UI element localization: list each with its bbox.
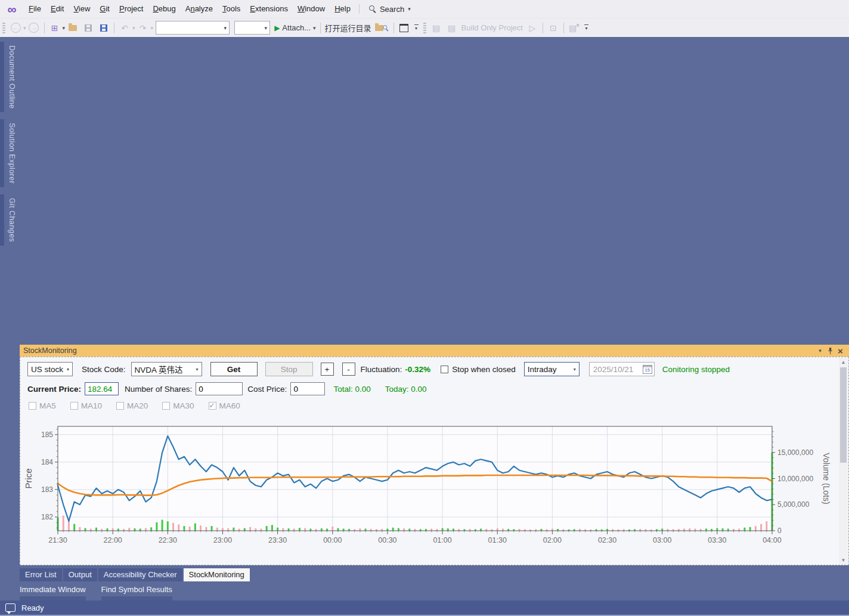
start-without-debugging-button[interactable]: ▷ bbox=[525, 21, 540, 35]
calendar-icon[interactable]: 15 bbox=[643, 365, 652, 374]
menu-item-tools[interactable]: Tools bbox=[218, 0, 245, 18]
preview-window-button[interactable] bbox=[396, 21, 412, 35]
save-all-button[interactable] bbox=[96, 21, 111, 35]
open-run-directory-button[interactable]: 打开运行目录 bbox=[323, 21, 373, 35]
feedback-icon[interactable] bbox=[5, 603, 16, 612]
side-tab-solution-explorer[interactable]: Solution Explorer bbox=[0, 119, 16, 187]
attach-button[interactable]: ▶ Attach... ▾ bbox=[272, 21, 317, 35]
bottom-tab-find-symbol-results[interactable]: Find Symbol Results bbox=[101, 585, 172, 600]
ma-checkbox-ma30[interactable]: MA30 bbox=[162, 401, 194, 410]
svg-text:10,000,000: 10,000,000 bbox=[777, 475, 813, 483]
open-run-directory-label: 打开运行目录 bbox=[325, 22, 371, 33]
stop-when-closed-checkbox[interactable] bbox=[441, 366, 448, 373]
chevron-down-icon: ▾ bbox=[67, 367, 69, 372]
new-project-button[interactable]: ⊞ bbox=[47, 21, 63, 35]
menu-item-edit[interactable]: Edit bbox=[46, 0, 69, 18]
svg-text:15,000,000: 15,000,000 bbox=[777, 448, 813, 457]
save-button[interactable] bbox=[80, 21, 96, 35]
ma-checkbox-ma5[interactable]: MA5 bbox=[29, 401, 56, 410]
bottom-tab-error-list[interactable]: Error List bbox=[20, 568, 62, 581]
scroll-up-icon[interactable]: ▲ bbox=[839, 358, 848, 366]
toolbar-options-button[interactable]: ▾ bbox=[414, 24, 419, 31]
bottom-tab-accessibility-checker[interactable]: Accessibility Checker bbox=[98, 568, 182, 581]
toolbar-platform-combo[interactable]: ▾ bbox=[234, 21, 270, 35]
toolbar-grip[interactable] bbox=[423, 23, 426, 33]
svg-text:21:30: 21:30 bbox=[48, 536, 67, 544]
checkbox-icon bbox=[209, 402, 216, 410]
ma-checkbox-ma60[interactable]: MA60 bbox=[209, 401, 240, 410]
main-menu: FileEditViewGitProjectDebugAnalyzeToolsE… bbox=[24, 0, 355, 18]
toolbar-configuration-combo[interactable]: ▾ bbox=[156, 21, 230, 35]
toolbar: ← ▾ → ⊞ ▾ ↶ ▾ ↷ ▾ ▾ ▾ ▶ Attach... ▾ 打开运行… bbox=[0, 18, 849, 37]
menu-item-window[interactable]: Window bbox=[293, 0, 330, 18]
status-bar: Ready bbox=[0, 600, 849, 615]
build-selection-button[interactable]: ▤ bbox=[429, 21, 444, 35]
chevron-down-icon: ▾ bbox=[265, 25, 268, 31]
svg-text:03:00: 03:00 bbox=[653, 536, 671, 544]
build-project-button[interactable]: ▤ bbox=[444, 21, 460, 35]
stock-code-select[interactable]: NVDA 英伟达 ▾ bbox=[131, 362, 202, 376]
period-select[interactable]: Intraday ▾ bbox=[524, 362, 580, 376]
cancel-build-button[interactable]: ▤× bbox=[566, 21, 582, 35]
forward-arrow-icon: → bbox=[29, 23, 39, 33]
cost-price-input[interactable] bbox=[290, 382, 325, 395]
toolbar-options-button[interactable]: ▾ bbox=[584, 24, 588, 31]
play-outline-icon: ▷ bbox=[529, 24, 536, 32]
current-price-label: Current Price: bbox=[27, 385, 81, 394]
ma-checkbox-ma10[interactable]: MA10 bbox=[70, 401, 102, 410]
calendar-day: 15 bbox=[645, 368, 650, 373]
menu-item-view[interactable]: View bbox=[69, 0, 95, 18]
decrease-button[interactable]: - bbox=[342, 363, 355, 376]
menu-item-file[interactable]: File bbox=[24, 0, 46, 18]
pin-button[interactable] bbox=[825, 347, 835, 355]
toolbar-grip[interactable] bbox=[2, 23, 5, 33]
menu-item-help[interactable]: Help bbox=[330, 0, 355, 18]
date-picker[interactable]: 2025/10/21 15 bbox=[589, 362, 655, 376]
deploy-button[interactable]: ⊡ bbox=[546, 21, 561, 35]
svg-text:02:00: 02:00 bbox=[543, 536, 562, 544]
folder-search-button[interactable] bbox=[373, 21, 391, 35]
new-project-icon: ⊞ bbox=[51, 24, 58, 32]
build-only-project-button[interactable]: Build Only Project bbox=[460, 21, 525, 35]
menu-item-git[interactable]: Git bbox=[95, 0, 114, 18]
increase-button[interactable]: + bbox=[321, 363, 334, 376]
shares-input[interactable] bbox=[196, 382, 243, 395]
window-position-button[interactable]: ▾ bbox=[815, 348, 825, 354]
ma-checkbox-ma20[interactable]: MA20 bbox=[116, 401, 148, 410]
save-icon bbox=[85, 24, 92, 32]
chevron-down-icon[interactable]: ▾ bbox=[151, 25, 154, 31]
bottom-tab-immediate-window[interactable]: Immediate Window bbox=[20, 585, 86, 600]
tool-window-title-bar[interactable]: StockMonitoring ▾ × bbox=[20, 345, 849, 357]
menu-item-project[interactable]: Project bbox=[114, 0, 148, 18]
back-arrow-icon: ← bbox=[11, 23, 21, 33]
panel-scrollbar[interactable]: ▲ ▼ bbox=[839, 358, 848, 564]
toolbar-separator bbox=[393, 23, 394, 33]
side-tab-git-changes[interactable]: Git Changes bbox=[0, 194, 16, 246]
svg-text:01:30: 01:30 bbox=[488, 536, 507, 544]
menu-item-analyze[interactable]: Analyze bbox=[181, 0, 218, 18]
current-price-input[interactable] bbox=[85, 382, 119, 395]
scrollbar-thumb[interactable] bbox=[840, 367, 847, 463]
side-tab-document-outline[interactable]: Document Outline bbox=[0, 42, 16, 112]
menu-item-debug[interactable]: Debug bbox=[148, 0, 180, 18]
bottom-tab-stockmonitoring[interactable]: StockMonitoring bbox=[184, 568, 250, 581]
window-icon bbox=[399, 24, 408, 32]
checkbox-icon bbox=[162, 402, 170, 410]
scroll-down-icon[interactable]: ▼ bbox=[839, 556, 848, 564]
get-button[interactable]: Get bbox=[210, 362, 258, 376]
stop-button[interactable]: Stop bbox=[265, 362, 313, 376]
search-control[interactable]: Search ▾ bbox=[365, 5, 414, 14]
navigate-back-button[interactable]: ← bbox=[8, 21, 23, 35]
open-file-button[interactable] bbox=[65, 21, 80, 35]
close-button[interactable]: × bbox=[835, 346, 845, 356]
bottom-tab-output[interactable]: Output bbox=[63, 568, 97, 581]
navigate-forward-button[interactable]: → bbox=[26, 21, 42, 35]
market-select[interactable]: US stock ▾ bbox=[27, 362, 73, 376]
ma-label: MA10 bbox=[81, 401, 102, 410]
menu-item-extensions[interactable]: Extensions bbox=[245, 0, 293, 18]
market-select-value: US stock bbox=[31, 365, 63, 374]
redo-button[interactable]: ↷ bbox=[135, 21, 151, 35]
chevron-down-icon: ▾ bbox=[585, 26, 587, 31]
undo-button[interactable]: ↶ bbox=[117, 21, 132, 35]
svg-text:22:30: 22:30 bbox=[159, 536, 177, 544]
